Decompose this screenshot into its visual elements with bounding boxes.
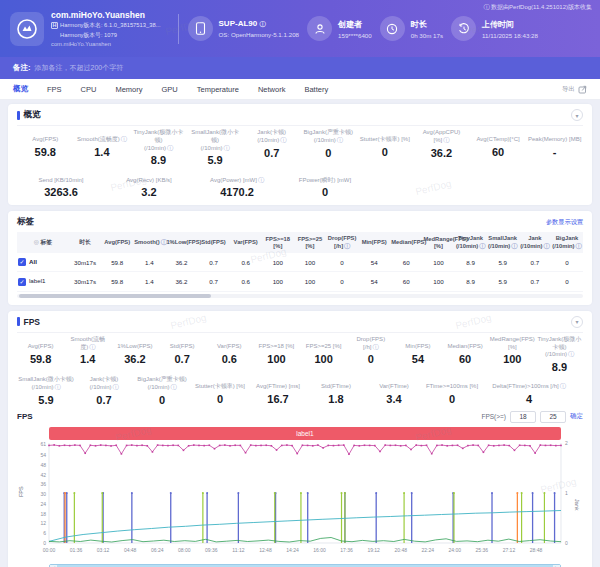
info-icon[interactable]: ⓘ [560,383,566,389]
info-icon[interactable]: ⓘ [55,384,61,390]
svg-text:42: 42 [40,471,46,477]
table-row[interactable]: ✓All30m17s59.81.436.20.70.61001000546010… [17,253,583,272]
info-icon[interactable]: ⓘ [443,137,449,143]
svg-text:61: 61 [40,441,46,447]
tab-FPS[interactable]: FPS [47,85,62,94]
metric-value: 0.6 [207,353,252,365]
metric: TinyJank(极微小卡顿)(/10min)ⓘ8.9 [130,129,187,166]
metric-label: FPower(瞬时) [mW] [282,169,368,184]
metric-label: Send [KB/10min] [18,169,104,184]
threshold-confirm-button[interactable]: 确定 [570,412,583,421]
harmony-version-code: Harmony版本号: 1079 [60,31,117,40]
column-header: Jank(/10min)ⓘ [519,232,551,253]
info-icon[interactable]: ⓘ [113,384,119,390]
row-checkbox[interactable]: ✓ [18,278,26,286]
tab-Temperature[interactable]: Temperature [197,85,239,94]
fps-threshold-input-2[interactable] [540,411,566,423]
table-cell: 0 [551,253,583,272]
column-header: SmallJank(/10min)ⓘ [487,232,519,253]
metric-value: 5.9 [188,154,243,166]
tab-Memory[interactable]: Memory [115,85,142,94]
tab-GPU[interactable]: GPU [162,85,178,94]
table-hscroll-thumb[interactable] [19,294,211,298]
display-settings-link[interactable]: 参数显示设置 [546,218,583,227]
collapse-overview-button[interactable]: ▾ [571,109,583,121]
metric-label: TinyJank(极微小卡顿)(/10min)ⓘ [131,129,186,152]
column-header: FPS>=18 [%] [262,232,294,253]
creator-group: 创建者 159****6400 [307,16,372,41]
metric: SmallJank(微小卡顿)(/10min)ⓘ5.9 [187,129,244,166]
export-label[interactable]: 导出 [562,85,575,94]
collapse-fps-button[interactable]: ▾ [571,316,583,328]
info-icon[interactable]: ⓘ [224,145,230,151]
row-label: label1 [29,277,46,284]
info-icon[interactable]: ⓘ [568,351,574,357]
info-icon[interactable]: ⓘ [337,137,343,143]
table-cell: 1.4 [133,253,165,272]
table-cell: 0.7 [198,253,230,272]
upload-label: 上传时间 [482,19,538,30]
fps-threshold-input-1[interactable] [510,411,536,423]
report-header: com.miHoYo.Yuanshen HHarmony版本名: 6.1.0_3… [0,0,600,57]
info-icon[interactable]: ⓘ [89,344,95,350]
export-icon[interactable] [578,85,587,94]
column-header: BigJank(/10min)ⓘ [551,232,583,253]
table-cell: 0.7 [519,272,551,291]
table-cell: 0 [326,272,358,291]
info-icon[interactable]: ⓘ [280,137,286,143]
metric: Var(FTime)3.4 [365,376,423,405]
note-bar[interactable]: 备注: 添加备注，不超过200个字符 [0,57,600,79]
metric: Avg(Recv) [KB/s]3.2 [105,169,193,198]
metric-label: Avg(FPS) [18,336,63,351]
column-header: Avg(FPS) [101,232,133,253]
info-icon[interactable]: ⓘ [344,243,350,249]
metric-label: Jank(卡顿)(/10min)ⓘ [244,129,299,145]
tab-CPU[interactable]: CPU [81,85,97,94]
tab-概览[interactable]: 概览 [13,84,28,94]
row-checkbox[interactable]: ✓ [18,258,26,266]
metric: Avg(FPS)59.8 [17,336,64,365]
note-placeholder[interactable]: 添加备注，不超过200个字符 [35,63,124,73]
metric-value: 0 [301,147,356,159]
metric-value: 100 [490,353,535,365]
info-icon[interactable]: ⓘ [167,145,173,151]
info-icon[interactable]: ⓘ [258,177,264,183]
metric-value: 0 [348,353,393,365]
svg-text:20:48: 20:48 [394,547,407,553]
table-cell: 54 [358,272,390,291]
svg-text:00:00: 00:00 [43,547,56,553]
metric: Smooth(流畅度)ⓘ1.4 [74,129,131,158]
info-icon[interactable]: ⓘ [479,243,485,249]
table-row[interactable]: ✓label130m17s59.81.436.20.70.61001000546… [17,272,583,291]
phone-icon [188,16,213,41]
metric-value: 100 [301,353,346,365]
info-icon[interactable]: ⓘ [576,243,582,249]
fps-chart[interactable]: 61544842363024181260210FPSJank00:0001:36… [17,441,581,559]
metric-value: - [527,146,582,158]
header-divider [178,14,179,44]
table-cell: 8.9 [455,272,487,291]
label1-band[interactable]: label1 [49,427,561,440]
info-icon[interactable]: ⓘ [511,243,517,249]
metric-value: 36.2 [414,147,469,159]
tab-Network[interactable]: Network [258,85,286,94]
info-icon[interactable]: ⓘ [121,136,127,142]
column-header: MedRange(FPS)[%] [422,232,454,253]
table-cell: 5.9 [487,253,519,272]
tab-Battery[interactable]: Battery [304,85,328,94]
metric: Peak(Memory) [MB]- [526,129,583,158]
metric-label: MedRange(FPS)[%] [490,336,535,352]
info-icon[interactable]: ⓘ [372,344,378,350]
info-icon[interactable]: ⓘ [171,384,177,390]
device-info-icon[interactable]: ⓘ [259,21,265,27]
table-cell: 36.2 [165,253,197,272]
metric: MedRange(FPS)[%]100 [489,336,536,366]
svg-text:08:00: 08:00 [178,547,191,553]
table-hscrollbar[interactable] [17,294,583,298]
user-icon [307,16,332,41]
metric-value: 5.9 [18,394,74,406]
svg-text:06:24: 06:24 [151,547,164,553]
info-icon[interactable]: ⓘ [543,243,549,249]
svg-text:18: 18 [40,510,46,516]
column-visibility-icon[interactable]: ◎ [34,239,41,245]
